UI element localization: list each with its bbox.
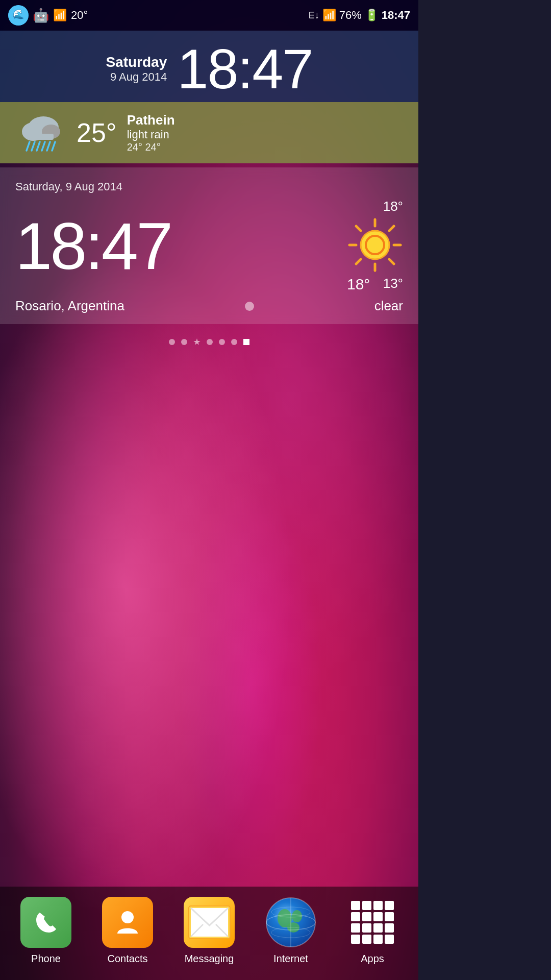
- apps-icon: [347, 897, 398, 948]
- page-dot-1: [169, 339, 175, 345]
- dock-item-contacts[interactable]: Contacts: [102, 897, 153, 965]
- svg-point-22: [121, 911, 134, 923]
- page-dot-7: [243, 339, 249, 345]
- dock: Phone Contacts Messaging: [0, 887, 418, 980]
- svg-point-29: [292, 910, 302, 922]
- page-dot-2: [181, 339, 187, 345]
- status-right-icons: E↓ 📶 76% 🔋 18:47: [309, 9, 410, 22]
- rain-cloud-icon: [15, 112, 66, 153]
- page-dot-4: [207, 339, 213, 345]
- scroll-dot: [245, 302, 254, 311]
- dock-item-internet[interactable]: Internet: [265, 897, 316, 965]
- weather-condition-rosario: clear: [374, 298, 403, 314]
- weather-high-temp: 18°: [383, 199, 403, 214]
- weather-bottom-row: Rosario, Argentina clear: [15, 298, 403, 314]
- svg-line-10: [47, 142, 50, 151]
- sun-low-row: 18° 13°: [347, 276, 403, 293]
- svg-line-17: [389, 259, 394, 264]
- data-icon: E↓: [309, 10, 319, 21]
- weather-widget-pathein[interactable]: 25° Pathein light rain 24° 24°: [0, 102, 418, 163]
- dock-label-apps: Apps: [361, 953, 384, 965]
- weather-current-temp: 18°: [347, 276, 370, 293]
- messaging-icon: [184, 897, 235, 948]
- weather-temp-pathein: 25°: [77, 117, 117, 148]
- status-bar: 🌊 🤖 📶 20° E↓ 📶 76% 🔋 18:47: [0, 0, 418, 31]
- weather-main-row: 18:47 18°: [15, 199, 403, 293]
- dock-label-messaging: Messaging: [185, 953, 234, 965]
- svg-line-9: [42, 142, 45, 151]
- clock-day: Saturday: [106, 54, 167, 70]
- weather-desc-pathein: light rain: [127, 128, 175, 141]
- weather-low-temp: 13°: [383, 276, 403, 293]
- weather-city-pathein: Pathein: [127, 112, 175, 128]
- weather-date-rosario: Saturday, 9 Aug 2014: [15, 180, 403, 193]
- internet-icon: [265, 897, 316, 948]
- page-indicators: [0, 328, 418, 356]
- weather-range-pathein: 24° 24°: [127, 141, 175, 153]
- phone-icon: [20, 897, 71, 948]
- svg-line-19: [356, 259, 361, 264]
- svg-line-11: [52, 142, 55, 151]
- dock-item-messaging[interactable]: Messaging: [184, 897, 235, 965]
- home-page-dot: [193, 338, 201, 346]
- dock-label-phone: Phone: [31, 953, 61, 965]
- wifi-icon: 📶: [53, 9, 67, 22]
- dock-label-contacts: Contacts: [108, 953, 148, 965]
- status-time: 18:47: [382, 9, 410, 22]
- clock-date-section: Saturday 9 Aug 2014: [106, 54, 167, 84]
- svg-line-16: [356, 226, 361, 231]
- clock-widget: Saturday 9 Aug 2014 18:47: [0, 31, 418, 102]
- apps-grid-icon: [351, 901, 394, 944]
- signal-icon: 📶: [322, 9, 336, 22]
- weather-widget-rosario[interactable]: Saturday, 9 Aug 2014 18:47 18°: [0, 167, 418, 324]
- weather-info-pathein: Pathein light rain 24° 24°: [127, 112, 175, 153]
- page-dot-6: [231, 339, 237, 345]
- status-temperature: 20°: [71, 9, 88, 22]
- weather-city-rosario: Rosario, Argentina: [15, 298, 124, 314]
- dock-item-phone[interactable]: Phone: [20, 897, 71, 965]
- svg-text:🌊: 🌊: [13, 9, 24, 20]
- svg-line-7: [32, 142, 35, 151]
- svg-line-6: [27, 142, 30, 151]
- battery-percent: 76%: [339, 9, 362, 22]
- dock-item-apps[interactable]: Apps: [347, 897, 398, 965]
- android-icon: 🤖: [33, 8, 49, 23]
- avatar-icon: 🌊: [8, 5, 29, 26]
- svg-line-8: [37, 142, 40, 151]
- svg-line-18: [389, 226, 394, 231]
- svg-rect-5: [28, 134, 54, 140]
- weather-sun-section: 18° 18°: [347, 199, 403, 293]
- dock-label-internet: Internet: [273, 953, 308, 965]
- weather-big-time: 18:47: [15, 213, 171, 279]
- clock-date: 9 Aug 2014: [106, 70, 167, 84]
- battery-icon: 🔋: [365, 9, 379, 22]
- clock-time: 18:47: [177, 41, 312, 97]
- contacts-icon: [102, 897, 153, 948]
- page-dot-5: [219, 339, 225, 345]
- status-left-icons: 🌊 🤖 📶 20°: [8, 5, 88, 26]
- sun-icon: [347, 217, 403, 273]
